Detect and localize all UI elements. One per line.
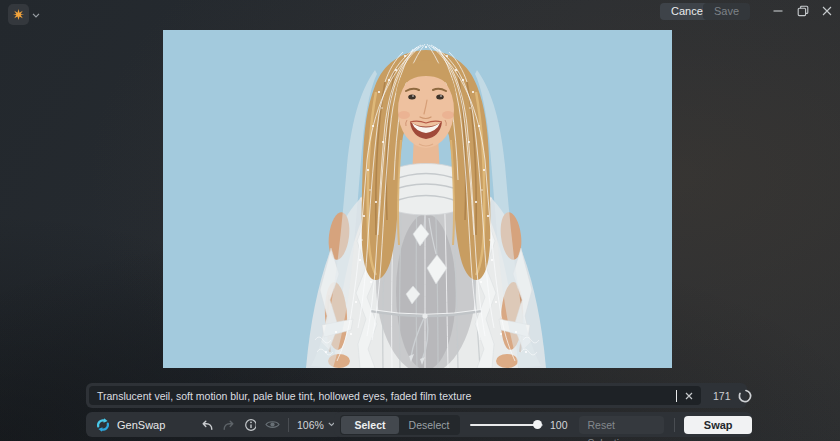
select-mode-segment: Select Deselect [340, 415, 460, 435]
actions-pill: Select Deselect 100 Reset Selection Swap [334, 412, 752, 437]
x-clear-icon [685, 392, 693, 400]
save-button[interactable]: Save [703, 3, 750, 20]
deselect-button[interactable]: Deselect [399, 416, 459, 434]
app-window: Cancel Save [0, 0, 840, 441]
swap-button[interactable]: Swap [684, 416, 752, 434]
tool-pill: GenSwap [86, 412, 268, 437]
prompt-bar: Translucent veil, soft motion blur, pale… [86, 383, 747, 408]
credits-counter: 171 [701, 388, 753, 404]
genswap-icon [95, 417, 111, 433]
brush-size-value: 100 [550, 419, 568, 431]
redo-icon [222, 418, 236, 432]
app-logo-button[interactable] [8, 4, 29, 25]
prompt-input[interactable]: Translucent veil, soft motion blur, pale… [89, 386, 701, 405]
sparkle-star-icon [11, 7, 26, 22]
window-restore-button[interactable] [793, 2, 813, 20]
credits-count: 171 [713, 390, 731, 402]
photo-canvas[interactable] [163, 30, 672, 368]
slider-thumb[interactable] [533, 420, 542, 429]
eye-icon [265, 419, 280, 430]
tool-name-label: GenSwap [117, 419, 165, 431]
progress-ring-icon [737, 388, 753, 404]
undo-icon [200, 418, 214, 432]
redo-button[interactable] [220, 416, 238, 434]
restore-icon [797, 5, 809, 17]
window-minimize-button[interactable] [768, 2, 788, 20]
prompt-input-value: Translucent veil, soft motion blur, pale… [89, 390, 675, 402]
close-icon [822, 6, 832, 16]
compare-eye-button[interactable] [263, 416, 281, 434]
face [396, 60, 456, 148]
minimize-icon [773, 6, 783, 16]
brush-size-slider[interactable] [470, 420, 543, 430]
view-pill: 106% [256, 412, 343, 437]
undo-button[interactable] [198, 416, 216, 434]
clear-prompt-button[interactable] [677, 386, 701, 405]
chevron-down-icon[interactable] [32, 13, 40, 18]
zoom-level-label: 106% [297, 419, 324, 431]
reset-selection-button[interactable]: Reset Selection [579, 416, 664, 434]
select-button[interactable]: Select [341, 416, 399, 434]
window-close-button[interactable] [817, 2, 837, 20]
photo-image [163, 30, 672, 368]
